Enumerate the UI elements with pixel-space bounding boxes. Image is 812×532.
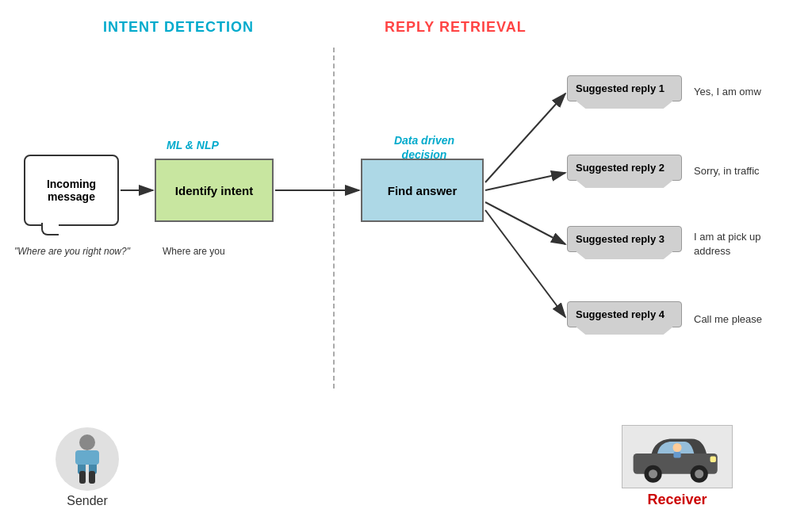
- svg-line-3: [485, 94, 565, 182]
- svg-rect-18: [710, 456, 716, 461]
- data-driven-label: Data driven decision: [361, 133, 488, 162]
- svg-line-5: [485, 202, 565, 244]
- reply-card-2-label: Suggested reply 2: [576, 162, 665, 174]
- receiver-icon: [622, 425, 733, 488]
- find-answer-label: Find answer: [388, 184, 458, 197]
- sender-area: Sender: [56, 427, 119, 508]
- reply-card-1: Suggested reply 1: [567, 75, 682, 101]
- ml-nlp-label: ML & NLP: [167, 139, 219, 151]
- receiver-area: Receiver: [622, 425, 733, 508]
- svg-point-15: [649, 469, 657, 478]
- reply-card-3: Suggested reply 3: [567, 226, 682, 252]
- find-answer-box: Find answer: [361, 159, 484, 222]
- svg-line-4: [485, 173, 565, 190]
- svg-point-17: [695, 469, 703, 478]
- reply-text-3: I am at pick up address: [694, 230, 761, 258]
- incoming-message-label: Incoming message: [47, 178, 96, 203]
- svg-line-6: [485, 210, 565, 317]
- sender-label: Sender: [56, 494, 119, 508]
- reply-card-3-label: Suggested reply 3: [576, 233, 665, 245]
- sender-person-svg: [63, 431, 111, 487]
- incoming-message-box: Incoming message: [24, 155, 119, 226]
- reply-card-4: Suggested reply 4: [567, 301, 682, 327]
- sender-icon: [56, 427, 119, 491]
- section-separator: [333, 48, 335, 388]
- reply-card-4-label: Suggested reply 4: [576, 308, 665, 320]
- reply-card-1-label: Suggested reply 1: [576, 82, 665, 94]
- svg-rect-10: [75, 450, 99, 465]
- receiver-car-svg: [630, 431, 725, 483]
- svg-rect-20: [673, 452, 680, 457]
- reply-text-4: Call me please: [694, 313, 762, 325]
- identify-intent-box: Identify intent: [155, 159, 274, 222]
- reply-card-2: Suggested reply 2: [567, 155, 682, 181]
- svg-point-19: [672, 442, 681, 451]
- receiver-label: Receiver: [622, 492, 733, 508]
- reply-text-1: Yes, I am omw: [694, 86, 761, 98]
- identify-intent-label: Identify intent: [175, 184, 253, 197]
- reply-retrieval-header: REPLY RETRIEVAL: [385, 19, 527, 36]
- diagram-container: INTENT DETECTION REPLY RETRIEVAL Incomin…: [0, 0, 812, 532]
- svg-rect-12: [89, 471, 95, 484]
- svg-rect-11: [79, 471, 86, 484]
- incoming-quote: "Where are you right now?": [14, 246, 130, 257]
- svg-point-7: [79, 434, 95, 450]
- where-label: Where are you: [163, 246, 225, 257]
- reply-text-2: Sorry, in traffic: [694, 165, 760, 177]
- intent-detection-header: INTENT DETECTION: [103, 19, 254, 36]
